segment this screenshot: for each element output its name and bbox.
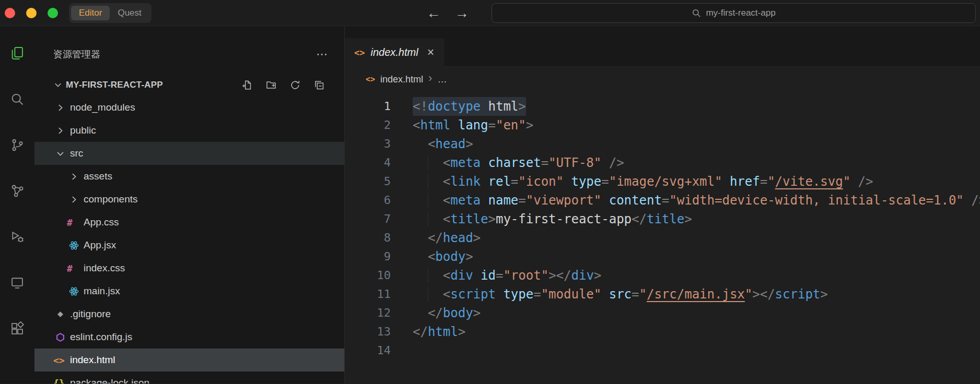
code-line-10[interactable]: 10 <div id="root"></div> [345, 266, 980, 285]
breadcrumb-symbol[interactable]: … [437, 74, 447, 85]
tree-item-package-lock.json[interactable]: {}package-lock.json [34, 371, 344, 383]
tab-editor[interactable]: Editor [71, 6, 110, 20]
back-button[interactable]: ← [422, 0, 445, 26]
tree-item-.gitignore[interactable]: .gitignore [34, 303, 344, 326]
tab-quest[interactable]: Quest [110, 6, 149, 20]
chevron-right-icon [53, 103, 67, 113]
code-line-7[interactable]: 7 <title>my-first-react-app</title> [345, 210, 980, 229]
remote-window-icon[interactable] [10, 275, 25, 290]
code-line-4[interactable]: 4 <meta charset="UTF-8" /> [345, 153, 980, 172]
explorer-actions [242, 80, 324, 90]
collapse-folders-button[interactable] [314, 80, 324, 90]
new-file-button[interactable] [242, 80, 252, 90]
code-line-text: <meta charset="UTF-8" /> [413, 153, 624, 172]
code-line-text: <html lang="en"> [413, 116, 533, 135]
chevron-right-icon: › [428, 73, 432, 86]
workbench: 资源管理器 ⋯ MY-FIRST-REACT-APP [0, 26, 980, 383]
code-line-text: <link rel="icon" type="image/svg+xml" hr… [413, 172, 873, 191]
tab-index-html[interactable]: <> index.html × [345, 38, 444, 67]
tree-item-label: App.css [84, 217, 119, 228]
code-line-1[interactable]: 1<!doctype html> [345, 97, 980, 116]
breadcrumb-file[interactable]: index.html [380, 74, 423, 85]
line-number: 3 [345, 135, 391, 153]
explorer-sidebar: 资源管理器 ⋯ MY-FIRST-REACT-APP [34, 26, 345, 383]
close-tab-button[interactable]: × [427, 46, 434, 58]
tree-item-public[interactable]: public [34, 119, 344, 142]
tree-item-assets[interactable]: assets [34, 165, 344, 188]
react-file-icon [67, 286, 80, 296]
html-file-icon: <> [354, 47, 365, 58]
minimize-window-button[interactable] [26, 8, 37, 18]
tree-item-App.jsx[interactable]: App.jsx [34, 234, 344, 257]
line-number: 13 [345, 322, 391, 341]
run-debug-icon[interactable] [10, 230, 25, 244]
connections-icon[interactable] [10, 184, 25, 198]
line-number: 12 [345, 304, 391, 322]
chevron-right-icon [67, 195, 80, 205]
tree-item-index.html[interactable]: <>index.html [34, 349, 344, 371]
code-line-14[interactable]: 14 [345, 341, 980, 360]
code-line-13[interactable]: 13</html> [345, 322, 980, 341]
extensions-icon[interactable] [10, 321, 25, 336]
line-number: 6 [345, 191, 391, 210]
zoom-window-button[interactable] [48, 8, 58, 18]
file-tree: node_modulespublicsrcassetscomponents#Ap… [34, 96, 344, 383]
tree-item-index.css[interactable]: #index.css [34, 257, 344, 280]
tree-item-node_modules[interactable]: node_modules [34, 96, 344, 119]
tree-item-main.jsx[interactable]: main.jsx [34, 280, 344, 303]
code-line-5[interactable]: 5 <link rel="icon" type="image/svg+xml" … [345, 172, 980, 191]
tab-bar: <> index.html × [345, 26, 980, 67]
code-line-text: <meta name="viewport" content="width=dev… [413, 191, 980, 210]
code-line-text: <!doctype html> [413, 97, 526, 116]
titlebar: Editor Quest ← → my-first-react-app [0, 0, 980, 26]
close-window-button[interactable] [5, 8, 15, 18]
search-view-icon[interactable] [10, 92, 25, 106]
eslint-file-icon [53, 332, 67, 342]
line-number: 1 [345, 97, 391, 116]
react-file-icon [67, 241, 80, 250]
tree-item-label: App.jsx [84, 239, 116, 251]
tree-item-App.css[interactable]: #App.css [34, 211, 344, 234]
tree-item-label: public [70, 125, 96, 136]
line-number: 11 [345, 285, 391, 304]
explorer-icon[interactable] [10, 46, 25, 61]
code-line-text: <script type="module" src="/src/main.jsx… [413, 285, 828, 304]
window-controls [0, 8, 58, 18]
breadcrumb: <> index.html › … [345, 67, 980, 92]
new-folder-button[interactable] [266, 80, 276, 90]
code-line-8[interactable]: 8 </head> [345, 229, 980, 247]
source-control-icon[interactable] [10, 138, 25, 152]
code-line-text: </html> [413, 322, 465, 341]
tree-item-label: package-lock.json [70, 377, 149, 383]
sidebar-title: 资源管理器 [53, 48, 316, 61]
forward-button[interactable]: → [450, 0, 473, 26]
vscode-window: Editor Quest ← → my-first-react-app [0, 0, 980, 384]
code-line-6[interactable]: 6 <meta name="viewport" content="width=d… [345, 191, 980, 210]
css-file-icon: # [67, 263, 80, 274]
code-line-2[interactable]: 2<html lang="en"> [345, 116, 980, 135]
json-file-icon: {} [53, 378, 67, 384]
command-center-search[interactable]: my-first-react-app [492, 3, 976, 23]
sidebar-header: 资源管理器 ⋯ [34, 26, 344, 74]
tree-item-label: eslint.config.js [70, 331, 132, 343]
more-actions-button[interactable]: ⋯ [316, 47, 329, 61]
code-line-9[interactable]: 9 <body> [345, 247, 980, 266]
code-line-11[interactable]: 11 <script type="module" src="/src/main.… [345, 285, 980, 304]
activity-bar [0, 26, 34, 383]
line-number: 8 [345, 229, 391, 247]
code-editor[interactable]: 1<!doctype html>2<html lang="en">3 <head… [345, 92, 980, 383]
line-number: 4 [345, 153, 391, 172]
code-line-3[interactable]: 3 <head> [345, 135, 980, 153]
tree-item-label: src [70, 148, 83, 159]
code-line-text: <body> [413, 247, 473, 266]
editor-group: <> index.html × <> index.html › … 1<!doc… [345, 26, 980, 383]
tree-item-label: assets [84, 171, 112, 182]
line-number: 14 [345, 341, 391, 360]
workspace-section-header[interactable]: MY-FIRST-REACT-APP [34, 74, 344, 96]
tree-item-src[interactable]: src [34, 142, 344, 165]
refresh-explorer-button[interactable] [290, 80, 300, 90]
tree-item-eslint.config.js[interactable]: eslint.config.js [34, 326, 344, 349]
code-line-text: </body> [413, 304, 481, 322]
tree-item-components[interactable]: components [34, 188, 344, 211]
code-line-12[interactable]: 12 </body> [345, 304, 980, 322]
